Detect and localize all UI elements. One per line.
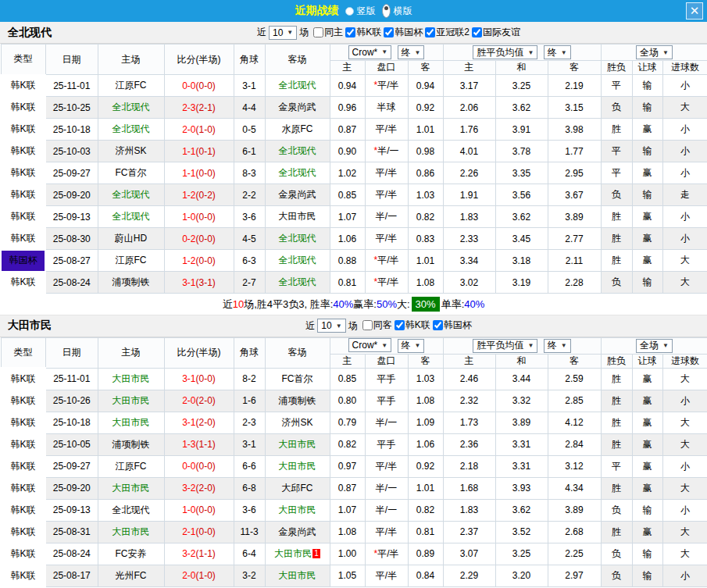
league-type-badge: 韩K联	[1, 499, 45, 521]
checkbox-icon[interactable]	[345, 27, 355, 37]
avg-odds-home: 2.37	[443, 521, 495, 543]
away-team[interactable]: 大邱FC	[265, 477, 330, 499]
scope-select[interactable]: 全场▼	[636, 45, 673, 59]
avg-odds-select[interactable]: 胜平负均值▼	[473, 45, 537, 59]
avg-odds-select[interactable]: 胜平负均值▼	[473, 339, 537, 353]
home-team[interactable]: 全北现代	[98, 184, 164, 206]
home-team[interactable]: 浦项制铁	[98, 272, 164, 294]
bookmaker-select[interactable]: Crow*▼	[348, 338, 392, 352]
checkbox-icon[interactable]	[433, 320, 443, 330]
home-team[interactable]: 济州SK	[98, 141, 164, 162]
filter-checkbox[interactable]: 韩K联	[395, 319, 430, 332]
result-handicap: 赢	[632, 433, 662, 455]
away-team[interactable]: 济州SK	[265, 412, 330, 433]
checkbox-icon[interactable]	[313, 27, 323, 37]
layout-horizontal-option[interactable]: 横版	[382, 4, 412, 18]
home-team[interactable]: 江原FC	[98, 455, 164, 477]
home-team[interactable]: 大田市民	[98, 390, 164, 412]
away-team[interactable]: 全北现代	[265, 228, 330, 250]
avg-time-select[interactable]: 终▼	[544, 45, 571, 59]
league-type-badge: 韩K联	[1, 477, 45, 499]
away-team[interactable]: 全北现代	[265, 141, 330, 162]
avg-odds-away: 3.15	[548, 97, 601, 119]
asia-odds-home: 1.00	[330, 543, 365, 565]
away-team[interactable]: 全北现代	[265, 272, 330, 294]
home-team[interactable]: FC首尔	[98, 162, 164, 184]
asia-handicap: 半球	[365, 97, 408, 119]
close-icon[interactable]: ✕	[686, 2, 703, 20]
layout-vertical-option[interactable]: 竖版	[345, 5, 376, 18]
radio-unselected-icon[interactable]	[345, 7, 354, 16]
match-date: 25-10-18	[45, 119, 98, 141]
checkbox-icon[interactable]	[362, 320, 373, 330]
filter-checkbox[interactable]: 亚冠联2	[425, 26, 470, 39]
match-row: 韩K联25-11-01江原FC0-0(0-0)3-1全北现代0.94*平/半0.…	[1, 75, 707, 97]
away-team[interactable]: 大田市民	[265, 206, 330, 228]
away-team[interactable]: 金泉尚武	[265, 521, 330, 543]
home-team[interactable]: 大田市民	[98, 477, 164, 499]
home-team[interactable]: 全北现代	[98, 206, 164, 228]
fulltime-score: 3-2	[182, 548, 195, 559]
away-team[interactable]: 大田市民	[265, 455, 330, 477]
checkbox-icon[interactable]	[395, 320, 405, 330]
home-team[interactable]: 江原FC	[98, 75, 164, 97]
away-team[interactable]: 浦项制铁	[265, 390, 330, 412]
result-handicap: 赢	[632, 455, 662, 477]
filter-checkbox[interactable]: 同主	[313, 26, 343, 39]
home-team[interactable]: 江原FC	[98, 250, 164, 272]
handicap-text: 半/一	[377, 145, 398, 156]
home-team[interactable]: 全北现代	[98, 97, 164, 119]
filter-checkbox[interactable]: 国际友谊	[472, 26, 520, 39]
match-count-select[interactable]: 10▼	[317, 319, 345, 333]
home-team[interactable]: 光州FC	[98, 565, 164, 586]
filter-checkbox[interactable]: 韩K联	[345, 26, 381, 39]
away-team[interactable]: 大田市民	[265, 433, 330, 455]
summary-segment: 近	[223, 298, 233, 312]
filter-checkbox[interactable]: 同客	[362, 319, 392, 332]
away-team[interactable]: 大田市民	[265, 565, 330, 586]
home-team[interactable]: 全北现代	[98, 499, 164, 521]
corner-count: 3-6	[234, 206, 265, 228]
home-team[interactable]: FC安养	[98, 543, 164, 565]
avg-odds-draw: 3.78	[495, 141, 548, 162]
home-team[interactable]: 蔚山HD	[98, 228, 164, 250]
away-team[interactable]: FC首尔	[265, 368, 330, 390]
away-team[interactable]: 大田市民	[265, 499, 330, 521]
checkbox-icon[interactable]	[425, 27, 435, 37]
avg-time-select[interactable]: 终▼	[544, 339, 571, 353]
home-team[interactable]: 大田市民	[98, 368, 164, 390]
scope-select[interactable]: 全场▼	[636, 339, 673, 353]
asia-odds-group: Crow*▼ 终▼	[330, 337, 443, 354]
away-team[interactable]: 全北现代	[265, 75, 330, 97]
away-team-name: 全北现代	[279, 80, 316, 91]
checkbox-icon[interactable]	[472, 27, 482, 37]
match-row: 韩K联25-09-27FC首尔1-1(0-0)8-3全北现代1.02平/半0.8…	[1, 162, 707, 184]
bookmaker-select[interactable]: Crow*▼	[348, 45, 392, 59]
away-team-name: 大田市民	[279, 439, 316, 450]
odds-time-select[interactable]: 终▼	[398, 339, 425, 353]
away-team[interactable]: 全北现代	[265, 250, 330, 272]
home-team[interactable]: 浦项制铁	[98, 433, 164, 455]
away-team[interactable]: 大田市民1	[265, 543, 330, 565]
avg-odds-home: 2.46	[443, 368, 495, 390]
away-team[interactable]: 金泉尚武	[265, 97, 330, 119]
home-team[interactable]: 大田市民	[98, 521, 164, 543]
checkbox-icon[interactable]	[384, 27, 394, 37]
avg-odds-away: 2.25	[548, 543, 601, 565]
home-team[interactable]: 大田市民	[98, 412, 164, 433]
away-team[interactable]: 金泉尚武	[265, 184, 330, 206]
away-team-name: 大田市民	[279, 461, 316, 472]
result-goals: 小	[662, 499, 707, 521]
handicap-text: 平/半	[377, 80, 398, 91]
asia-handicap: 平/半	[365, 184, 408, 206]
radio-selected-icon[interactable]	[382, 4, 391, 18]
away-team[interactable]: 水原FC	[265, 119, 330, 141]
match-count-select[interactable]: 10▼	[269, 26, 297, 40]
filter-checkbox[interactable]: 韩国杯	[384, 26, 423, 39]
odds-time-value: 终	[402, 339, 411, 352]
away-team[interactable]: 全北现代	[265, 162, 330, 184]
odds-time-select[interactable]: 终▼	[398, 45, 425, 59]
home-team[interactable]: 全北现代	[98, 119, 164, 141]
filter-checkbox[interactable]: 韩国杯	[433, 319, 472, 332]
asia-odds-home: 1.05	[330, 565, 365, 586]
